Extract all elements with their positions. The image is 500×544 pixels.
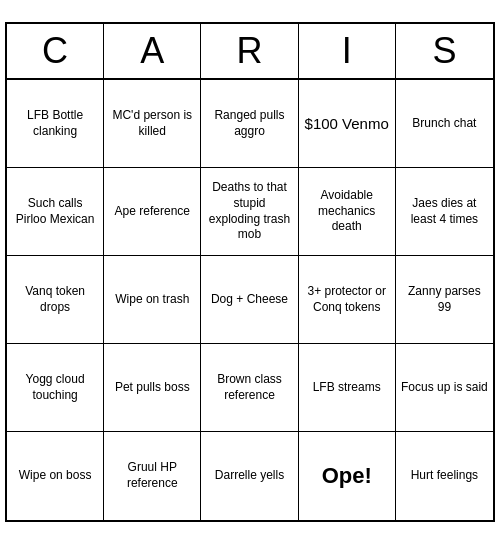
- bingo-cell-21: Gruul HP reference: [104, 432, 201, 520]
- header-letter-i: I: [299, 24, 396, 78]
- bingo-cell-12: Dog + Cheese: [201, 256, 298, 344]
- bingo-cell-10: Vanq token drops: [7, 256, 104, 344]
- bingo-cell-3: $100 Venmo: [299, 80, 396, 168]
- bingo-card: CARIS LFB Bottle clankingMC'd person is …: [5, 22, 495, 522]
- header-letter-s: S: [396, 24, 493, 78]
- bingo-cell-0: LFB Bottle clanking: [7, 80, 104, 168]
- bingo-cell-7: Deaths to that stupid exploding trash mo…: [201, 168, 298, 256]
- header-letter-a: A: [104, 24, 201, 78]
- header-letter-c: C: [7, 24, 104, 78]
- bingo-cell-6: Ape reference: [104, 168, 201, 256]
- bingo-cell-20: Wipe on boss: [7, 432, 104, 520]
- bingo-cell-22: Darrelle yells: [201, 432, 298, 520]
- bingo-grid: LFB Bottle clankingMC'd person is killed…: [7, 80, 493, 520]
- bingo-cell-17: Brown class reference: [201, 344, 298, 432]
- bingo-cell-19: Focus up is said: [396, 344, 493, 432]
- bingo-cell-5: Such calls Pirloo Mexican: [7, 168, 104, 256]
- bingo-cell-18: LFB streams: [299, 344, 396, 432]
- header-row: CARIS: [7, 24, 493, 80]
- bingo-cell-14: Zanny parses 99: [396, 256, 493, 344]
- bingo-cell-4: Brunch chat: [396, 80, 493, 168]
- bingo-cell-1: MC'd person is killed: [104, 80, 201, 168]
- bingo-cell-13: 3+ protector or Conq tokens: [299, 256, 396, 344]
- bingo-cell-2: Ranged pulls aggro: [201, 80, 298, 168]
- header-letter-r: R: [201, 24, 298, 78]
- bingo-cell-15: Yogg cloud touching: [7, 344, 104, 432]
- bingo-cell-24: Hurt feelings: [396, 432, 493, 520]
- bingo-cell-9: Jaes dies at least 4 times: [396, 168, 493, 256]
- bingo-cell-8: Avoidable mechanics death: [299, 168, 396, 256]
- bingo-cell-11: Wipe on trash: [104, 256, 201, 344]
- bingo-cell-16: Pet pulls boss: [104, 344, 201, 432]
- bingo-cell-23: Ope!: [299, 432, 396, 520]
